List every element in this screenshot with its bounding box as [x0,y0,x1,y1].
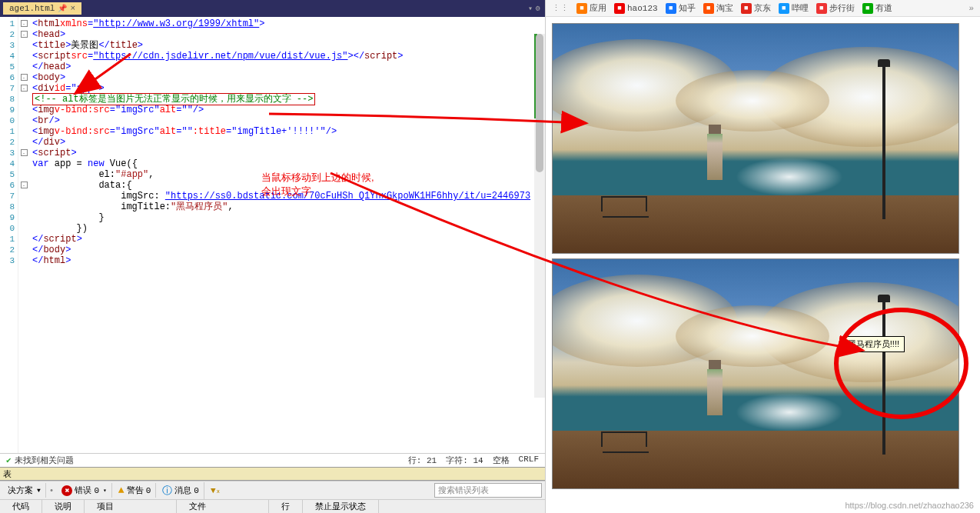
ok-icon: ✔ [6,455,12,465]
editor-scrollbar[interactable] [534,34,545,398]
messages-toggle[interactable]: ⓘ 消息 0 [158,482,204,499]
bookmark-item[interactable]: ■hao123 [614,3,658,14]
scroll-thumb[interactable] [536,34,543,172]
char-pos: 字符: 14 [446,455,483,466]
tab-dropdown-icon[interactable]: ▾ [528,4,533,13]
browser-preview-panel: ⋮⋮■应用■hao123■知乎■淘宝■京东■哔哩■步行街■有道» [546,0,980,513]
error-list-toolbar: 决方案 ▼ • ✖ 错误 0 ▾ ▲ 警告 0 ⓘ 消息 0 ▼ₓ [0,481,545,499]
watermark: https://blog.csdn.net/zhaozhao236 [845,501,974,510]
search-error-list-input[interactable]: 搜索错误列表 [434,483,542,498]
bookmark-item[interactable]: ■有道 [862,2,892,14]
col-code[interactable]: 代码 [0,499,42,513]
error-list-columns: 代码 说明 项目 文件 行 禁止显示状态 [0,499,545,513]
eol-mode: CRLF [519,455,539,466]
bookmark-bar: ⋮⋮■应用■hao123■知乎■淘宝■京东■哔哩■步行街■有道» [546,0,980,17]
solution-filter[interactable]: 决方案 ▼ [3,483,46,498]
errors-toggle[interactable]: ✖ 错误 0 ▾ [57,483,111,498]
bookmark-item[interactable]: ■知乎 [666,2,696,14]
line-pos: 行: 21 [408,455,437,466]
pin-icon[interactable]: 📌 [58,4,67,13]
build-filter[interactable]: ▼ₓ [206,484,225,497]
col-line[interactable]: 行 [269,499,303,513]
file-tab[interactable]: age1.html 📌 × [3,2,81,15]
bookmark-item[interactable]: ■哔哩 [779,2,809,14]
image-2[interactable]: 黑马程序员!!!! [552,258,959,489]
tab-filename: age1.html [9,4,55,13]
editor-body[interactable]: 12345678901234567890123 ------ <html xml… [0,17,545,453]
code-area[interactable]: <html xmlns="http://www.w3.org/1999/xhtm… [29,17,545,453]
warning-icon: ▲ [118,485,125,496]
panel-title: 表 [3,468,12,480]
editor-tab-bar: age1.html 📌 × ▾ ⚙ [0,0,545,17]
annotation-text: 当鼠标移动到上边的时候, 会出现文字 [261,171,374,198]
col-project[interactable]: 项目 [85,499,177,513]
chevron-down-icon: ▾ [103,487,107,494]
close-icon[interactable]: × [70,4,75,13]
line-number-gutter: 12345678901234567890123 [0,17,18,453]
bookmark-item[interactable]: ■京东 [741,2,771,14]
tab-settings-icon[interactable]: ⚙ [536,4,540,13]
col-file[interactable]: 文件 [177,499,269,513]
code-editor-panel: age1.html 📌 × ▾ ⚙ 1234567890123456789012… [0,0,546,513]
indent-mode: 空格 [493,455,510,466]
fold-gutter[interactable]: ------ [18,17,29,453]
chevron-down-icon: ▼ [37,487,41,494]
bookmark-item[interactable]: ■淘宝 [703,2,733,14]
col-desc[interactable]: 说明 [42,499,85,513]
editor-status-bar: ✔ 未找到相关问题 行: 21 字符: 14 空格 CRLF [0,453,545,467]
col-suppress[interactable]: 禁止显示状态 [303,499,379,513]
info-icon: ⓘ [162,484,172,498]
page-content: 黑马程序员!!!! [546,17,980,495]
bookmark-item[interactable]: ■应用 [576,2,606,14]
error-icon: ✖ [61,485,72,496]
no-issues-label: 未找到相关问题 [15,455,74,466]
title-tooltip: 黑马程序员!!!! [842,336,905,352]
warnings-toggle[interactable]: ▲ 警告 0 [114,483,156,498]
image-1[interactable] [552,23,959,254]
filter-icon: ▼ₓ [211,485,221,495]
error-list-title-bar[interactable]: 表 [0,467,545,481]
bookmark-item[interactable]: ■步行街 [816,2,855,14]
